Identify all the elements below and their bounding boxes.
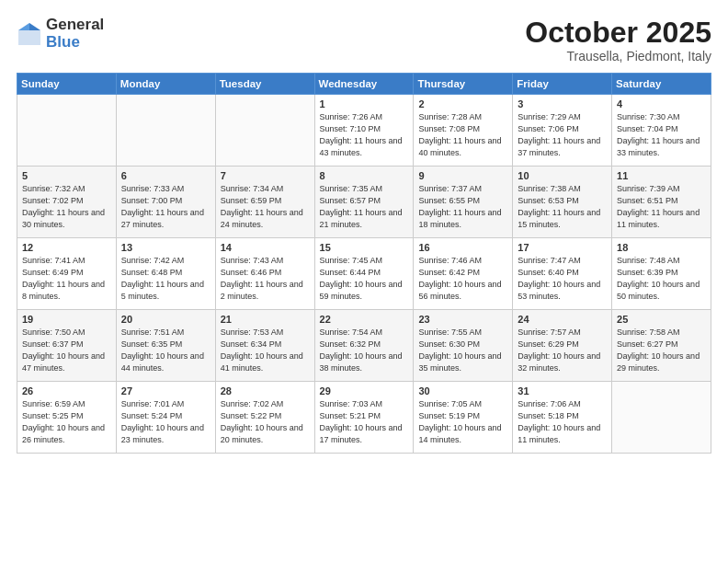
day-number: 25 (617, 314, 706, 325)
day-info: Sunrise: 7:50 AM Sunset: 6:37 PM Dayligh… (22, 327, 111, 374)
day-number: 3 (518, 98, 607, 109)
table-row: 8Sunrise: 7:35 AM Sunset: 6:57 PM Daylig… (314, 167, 414, 238)
table-row: 17Sunrise: 7:47 AM Sunset: 6:40 PM Dayli… (513, 238, 612, 310)
table-row: 19Sunrise: 7:50 AM Sunset: 6:37 PM Dayli… (17, 310, 117, 382)
header-saturday: Saturday (612, 74, 711, 95)
day-info: Sunrise: 7:06 AM Sunset: 5:18 PM Dayligh… (518, 398, 607, 446)
day-info: Sunrise: 7:38 AM Sunset: 6:53 PM Dayligh… (518, 183, 607, 231)
day-info: Sunrise: 7:42 AM Sunset: 6:48 PM Dayligh… (121, 255, 210, 303)
day-info: Sunrise: 7:37 AM Sunset: 6:55 PM Dayligh… (418, 183, 507, 231)
day-info: Sunrise: 7:33 AM Sunset: 7:00 PM Dayligh… (121, 183, 210, 231)
day-number: 10 (518, 170, 607, 181)
weekday-header-row: Sunday Monday Tuesday Wednesday Thursday… (17, 74, 711, 95)
svg-rect-3 (18, 30, 40, 45)
table-row: 5Sunrise: 7:32 AM Sunset: 7:02 PM Daylig… (17, 167, 117, 238)
day-info: Sunrise: 7:29 AM Sunset: 7:06 PM Dayligh… (518, 111, 607, 159)
day-number: 12 (22, 242, 111, 253)
day-number: 31 (518, 385, 607, 396)
logo: General Blue (17, 17, 104, 51)
table-row: 6Sunrise: 7:33 AM Sunset: 7:00 PM Daylig… (116, 167, 215, 238)
day-number: 27 (121, 385, 210, 396)
day-number: 9 (418, 170, 507, 181)
table-row: 11Sunrise: 7:39 AM Sunset: 6:51 PM Dayli… (612, 167, 711, 238)
table-row (116, 95, 215, 167)
table-row: 26Sunrise: 6:59 AM Sunset: 5:25 PM Dayli… (17, 382, 117, 454)
table-row: 13Sunrise: 7:42 AM Sunset: 6:48 PM Dayli… (116, 238, 215, 310)
table-row: 16Sunrise: 7:46 AM Sunset: 6:42 PM Dayli… (414, 238, 513, 310)
table-row: 2Sunrise: 7:28 AM Sunset: 7:08 PM Daylig… (414, 95, 513, 167)
logo-general-text: General (46, 17, 104, 34)
day-number: 8 (320, 170, 409, 181)
day-info: Sunrise: 7:01 AM Sunset: 5:24 PM Dayligh… (121, 398, 210, 446)
table-row: 12Sunrise: 7:41 AM Sunset: 6:49 PM Dayli… (17, 238, 117, 310)
day-info: Sunrise: 7:51 AM Sunset: 6:35 PM Dayligh… (121, 327, 210, 374)
day-info: Sunrise: 7:58 AM Sunset: 6:27 PM Dayligh… (617, 327, 706, 374)
header-friday: Friday (513, 74, 612, 95)
calendar-week-row: 19Sunrise: 7:50 AM Sunset: 6:37 PM Dayli… (17, 310, 711, 382)
day-number: 26 (22, 385, 111, 396)
day-info: Sunrise: 6:59 AM Sunset: 5:25 PM Dayligh… (22, 398, 111, 446)
header-sunday: Sunday (17, 74, 117, 95)
table-row (612, 382, 711, 454)
day-number: 20 (121, 314, 210, 325)
day-number: 22 (320, 314, 409, 325)
day-info: Sunrise: 7:35 AM Sunset: 6:57 PM Dayligh… (320, 183, 409, 231)
day-number: 6 (121, 170, 210, 181)
day-number: 29 (320, 385, 409, 396)
day-info: Sunrise: 7:45 AM Sunset: 6:44 PM Dayligh… (320, 255, 409, 303)
table-row: 18Sunrise: 7:48 AM Sunset: 6:39 PM Dayli… (612, 238, 711, 310)
day-info: Sunrise: 7:53 AM Sunset: 6:34 PM Dayligh… (221, 327, 310, 374)
table-row: 22Sunrise: 7:54 AM Sunset: 6:32 PM Dayli… (314, 310, 414, 382)
table-row: 14Sunrise: 7:43 AM Sunset: 6:46 PM Dayli… (215, 238, 314, 310)
day-number: 2 (418, 98, 507, 109)
day-info: Sunrise: 7:48 AM Sunset: 6:39 PM Dayligh… (617, 255, 706, 303)
table-row (215, 95, 314, 167)
logo-icon (17, 21, 42, 47)
calendar-page: General Blue October 2025 Trausella, Pie… (0, 0, 728, 563)
table-row: 10Sunrise: 7:38 AM Sunset: 6:53 PM Dayli… (513, 167, 612, 238)
day-info: Sunrise: 7:26 AM Sunset: 7:10 PM Dayligh… (320, 111, 409, 159)
table-row: 3Sunrise: 7:29 AM Sunset: 7:06 PM Daylig… (513, 95, 612, 167)
table-row: 23Sunrise: 7:55 AM Sunset: 6:30 PM Dayli… (414, 310, 513, 382)
day-info: Sunrise: 7:47 AM Sunset: 6:40 PM Dayligh… (518, 255, 607, 303)
table-row (17, 95, 117, 167)
logo-text: General Blue (46, 17, 104, 51)
day-number: 18 (617, 242, 706, 253)
header-tuesday: Tuesday (215, 74, 314, 95)
day-info: Sunrise: 7:32 AM Sunset: 7:02 PM Dayligh… (22, 183, 111, 231)
day-number: 19 (22, 314, 111, 325)
calendar-week-row: 5Sunrise: 7:32 AM Sunset: 7:02 PM Daylig… (17, 167, 711, 238)
day-info: Sunrise: 7:30 AM Sunset: 7:04 PM Dayligh… (617, 111, 706, 159)
table-row: 20Sunrise: 7:51 AM Sunset: 6:35 PM Dayli… (116, 310, 215, 382)
calendar-week-row: 26Sunrise: 6:59 AM Sunset: 5:25 PM Dayli… (17, 382, 711, 454)
day-number: 24 (518, 314, 607, 325)
day-info: Sunrise: 7:43 AM Sunset: 6:46 PM Dayligh… (221, 255, 310, 303)
month-title: October 2025 (525, 17, 711, 49)
day-number: 13 (121, 242, 210, 253)
svg-marker-2 (18, 23, 29, 30)
table-row: 21Sunrise: 7:53 AM Sunset: 6:34 PM Dayli… (215, 310, 314, 382)
calendar-table: Sunday Monday Tuesday Wednesday Thursday… (17, 73, 711, 454)
table-row: 24Sunrise: 7:57 AM Sunset: 6:29 PM Dayli… (513, 310, 612, 382)
table-row: 27Sunrise: 7:01 AM Sunset: 5:24 PM Dayli… (116, 382, 215, 454)
location-subtitle: Trausella, Piedmont, Italy (525, 49, 711, 63)
table-row: 28Sunrise: 7:02 AM Sunset: 5:22 PM Dayli… (215, 382, 314, 454)
header-monday: Monday (116, 74, 215, 95)
day-number: 1 (320, 98, 409, 109)
day-info: Sunrise: 7:02 AM Sunset: 5:22 PM Dayligh… (221, 398, 310, 446)
table-row: 9Sunrise: 7:37 AM Sunset: 6:55 PM Daylig… (414, 167, 513, 238)
day-info: Sunrise: 7:28 AM Sunset: 7:08 PM Dayligh… (418, 111, 507, 159)
table-row: 1Sunrise: 7:26 AM Sunset: 7:10 PM Daylig… (314, 95, 414, 167)
day-info: Sunrise: 7:57 AM Sunset: 6:29 PM Dayligh… (518, 327, 607, 374)
day-info: Sunrise: 7:03 AM Sunset: 5:21 PM Dayligh… (320, 398, 409, 446)
day-number: 5 (22, 170, 111, 181)
day-number: 21 (221, 314, 310, 325)
day-number: 4 (617, 98, 706, 109)
table-row: 25Sunrise: 7:58 AM Sunset: 6:27 PM Dayli… (612, 310, 711, 382)
table-row: 4Sunrise: 7:30 AM Sunset: 7:04 PM Daylig… (612, 95, 711, 167)
table-row: 15Sunrise: 7:45 AM Sunset: 6:44 PM Dayli… (314, 238, 414, 310)
table-row: 29Sunrise: 7:03 AM Sunset: 5:21 PM Dayli… (314, 382, 414, 454)
day-info: Sunrise: 7:39 AM Sunset: 6:51 PM Dayligh… (617, 183, 706, 231)
day-number: 14 (221, 242, 310, 253)
day-number: 28 (221, 385, 310, 396)
